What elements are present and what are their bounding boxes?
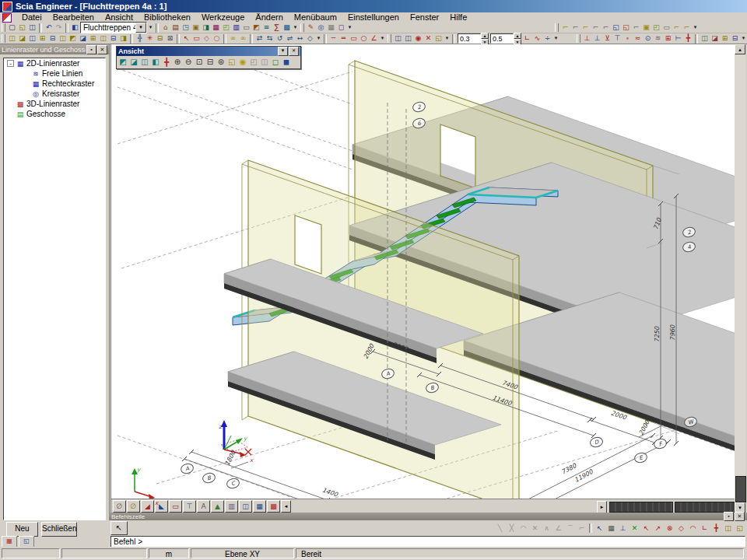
curve-filter-icon[interactable]: ⊞ — [88, 33, 98, 44]
tree-item-freie-linien[interactable]: ≋ Freie Linien — [4, 68, 105, 79]
undo-icon[interactable]: ↶ — [44, 23, 54, 33]
free-bar-icon[interactable]: ⌐ — [682, 23, 692, 33]
shell-icon[interactable]: ⌐ — [631, 23, 641, 33]
tree-item-kreisraster[interactable]: ◎ Kreisraster — [4, 89, 105, 99]
animation-bar-2[interactable] — [675, 502, 736, 513]
rendered-view-icon[interactable]: ◼ — [281, 57, 292, 68]
stepper-up-icon[interactable]: ▲ — [481, 33, 489, 39]
snap-settings-icon[interactable]: ◱ — [734, 523, 745, 534]
light-icon[interactable]: ◉ — [237, 57, 248, 68]
zoom-all-icon[interactable]: ⊛ — [216, 57, 226, 68]
support-line-icon[interactable]: ≈ — [633, 33, 643, 44]
toolbar-grip[interactable] — [577, 34, 580, 43]
menu-menuebaum[interactable]: Menübaum — [289, 12, 342, 23]
tree-expander-icon[interactable] — [23, 80, 30, 87]
rotate-icon[interactable]: ↺ — [275, 33, 285, 44]
neu-button[interactable]: Neu — [6, 522, 38, 537]
connect-members-icon[interactable]: ⊟ — [155, 33, 165, 44]
befehlszeile-titlebar[interactable]: Befehlszeile ▪ ✕ — [109, 513, 747, 520]
paperspace-icon[interactable]: ◰ — [221, 23, 231, 33]
close-icon[interactable]: ✕ — [735, 512, 745, 521]
snap-angle-gray-icon[interactable]: ∠ — [552, 523, 564, 534]
toolbar-overflow-icon[interactable]: ▼ — [692, 23, 699, 33]
stepper-up-icon[interactable]: ▲ — [514, 33, 521, 39]
select-cursor-icon[interactable]: ↖ — [181, 33, 191, 44]
intersection-snap-icon[interactable]: ⊗ — [664, 523, 675, 534]
toolbar-overflow-icon[interactable]: ▼ — [444, 33, 451, 44]
length-snap-icon[interactable]: ∟ — [699, 523, 710, 534]
menu-aendern[interactable]: Ändern — [250, 12, 288, 23]
wall-member-icon[interactable]: ◱ — [621, 23, 631, 33]
wireframe-icon[interactable]: ◻ — [270, 57, 281, 68]
chevron-down-icon[interactable]: ▼ — [278, 47, 288, 56]
print-icon[interactable]: ▭ — [241, 23, 251, 33]
point-snap-icon[interactable]: ╋ — [710, 523, 722, 534]
erase-icon[interactable]: ✕ — [423, 33, 433, 44]
view-direction-z-icon[interactable]: ◫ — [139, 57, 150, 68]
save-picture-icon[interactable]: ◫ — [259, 57, 270, 68]
table-composer-icon[interactable]: ▦ — [326, 23, 336, 33]
load-panel-icon[interactable]: ▭ — [661, 23, 672, 33]
result-class-icon[interactable]: ⊟ — [730, 33, 740, 44]
midpoint-snap-icon[interactable]: ✕ — [629, 523, 640, 534]
rigid-arm-icon[interactable]: ⊢ — [673, 33, 683, 44]
pin-icon[interactable]: ▪ — [86, 45, 96, 54]
tab-raster[interactable]: ▦ — [2, 536, 17, 547]
fillet-icon[interactable]: ∿ — [532, 33, 542, 44]
scroll-thumb[interactable] — [735, 476, 746, 502]
intersect-icon[interactable]: ╬ — [135, 33, 145, 44]
toolbar-overflow-icon[interactable]: ▼ — [379, 33, 386, 44]
snap-intersection-icon[interactable]: ✕ — [529, 523, 541, 534]
close-icon[interactable]: ✕ — [289, 47, 299, 56]
close-project-icon[interactable]: ◧ — [70, 23, 80, 33]
rib-icon[interactable]: ⌐ — [591, 23, 601, 33]
activity-icon[interactable]: ▣ — [191, 23, 201, 33]
gallery-icon[interactable]: ▦ — [211, 23, 221, 33]
toolbar-grip[interactable] — [2, 34, 5, 43]
titlebar[interactable]: Scia Engineer - [Fluchttreppen 4a : 1] — [0, 0, 747, 12]
tree-item-rechteckraster[interactable]: ▦ Rechteckraster — [4, 79, 105, 89]
toolbar-overflow-icon[interactable]: ▼ — [346, 23, 353, 33]
subregion-icon[interactable]: ◰ — [651, 23, 661, 33]
opening-icon[interactable]: ▣ — [641, 23, 651, 33]
print-picture-icon[interactable]: ◰ — [248, 57, 259, 68]
strip-left-arrow-icon[interactable]: ◂ — [281, 500, 291, 513]
combination-icon[interactable]: ⊞ — [720, 33, 730, 44]
tree-item-3d-linienraster[interactable]: ▩ 3D-Linienraster — [4, 99, 105, 109]
combo-more-icon[interactable]: ▼ — [147, 23, 154, 33]
measure-icon[interactable]: ◨ — [118, 33, 128, 44]
named-selection-icon[interactable]: ∞ — [238, 33, 248, 44]
toolbar-grip[interactable] — [300, 23, 304, 32]
model-viewport[interactable]: Ansicht ▼ ✕ ◩◪◫◧╋⊕⊖⊡⊟⊛◱◉◰◫◻◼ ∅∅◢◣▭⊤A▲▥◫▦… — [110, 44, 735, 513]
layers-icon[interactable]: ◳ — [181, 23, 191, 33]
new-project-icon[interactable]: ▢ — [7, 23, 17, 33]
label-icon[interactable]: ⊟ — [108, 33, 118, 44]
snap-endpoint-icon[interactable]: ╲ — [494, 523, 506, 534]
calculation-icon[interactable]: ∑ — [272, 23, 282, 33]
mdi-document-icon[interactable] — [2, 13, 12, 23]
shading-icon[interactable]: ▲ — [211, 500, 224, 513]
preview-icon[interactable]: ◩ — [251, 23, 261, 33]
menu-datei[interactable]: Datei — [16, 12, 47, 23]
ucs-icon[interactable]: ╋ — [161, 57, 172, 68]
vertical-scrollbar[interactable]: ▲ ▼ — [735, 44, 745, 513]
toolbar-overflow-icon[interactable]: ▼ — [552, 33, 559, 44]
render-settings-icon[interactable]: ◫ — [239, 500, 252, 513]
menu-bibliotheken[interactable]: Bibliotheken — [139, 12, 196, 23]
toolbar-overflow-icon[interactable]: ▼ — [740, 33, 747, 44]
animation-bar-1[interactable] — [609, 502, 673, 513]
surfaces-onoff-icon[interactable]: ∅ — [127, 500, 140, 513]
explode-icon[interactable]: ✳ — [145, 33, 155, 44]
hide-elements-icon[interactable]: ◉ — [413, 33, 423, 44]
node-filter-icon[interactable]: ◩ — [68, 33, 78, 44]
viewport-2-icon[interactable]: ◫ — [403, 33, 413, 44]
draw-line-icon[interactable]: ─ — [328, 33, 338, 44]
catalog-block-icon[interactable]: ⌐ — [672, 23, 682, 33]
cross-link-icon[interactable]: ⊞ — [663, 33, 673, 44]
close-icon[interactable]: ✕ — [97, 45, 107, 54]
support-sliding-icon[interactable]: ⊤ — [612, 33, 622, 44]
libraries-icon[interactable]: ▤ — [170, 23, 181, 33]
scroll-up-icon[interactable]: ▲ — [735, 44, 745, 54]
wizard-icon[interactable]: ◻ — [336, 23, 346, 33]
draw-angle-icon[interactable]: ∠ — [369, 33, 379, 44]
